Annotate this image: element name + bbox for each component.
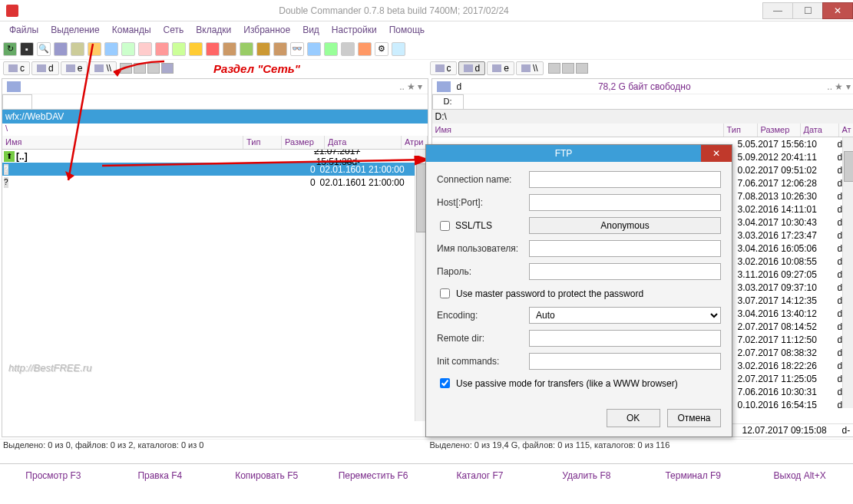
anonymous-button[interactable]: Anonymous xyxy=(529,217,721,234)
list-item[interactable]: 5.09.2012 20:41:11d- xyxy=(736,150,854,163)
left-filelist[interactable]: ⬆[..]21.07.2017 15:51:38d-?002.01.1601 2… xyxy=(2,150,428,436)
drive-\\[interactable]: \\ xyxy=(516,61,544,75)
list-item[interactable]: 2.07.2017 08:38:32d- xyxy=(736,346,854,359)
list-item[interactable]: 7.06.2016 10:30:31d- xyxy=(736,385,854,398)
encoding-select[interactable]: Auto xyxy=(529,307,721,324)
drive-e[interactable]: e xyxy=(61,61,88,75)
cancel-button[interactable]: Отмена xyxy=(667,409,721,427)
passive-checkbox[interactable] xyxy=(440,378,450,388)
scrollbar[interactable] xyxy=(842,137,853,408)
host-input[interactable] xyxy=(529,194,721,211)
options-icon[interactable]: ⚙ xyxy=(375,42,388,56)
menu-Вид[interactable]: Вид xyxy=(296,23,326,37)
minimize-button[interactable]: — xyxy=(762,2,793,19)
unpack-icon[interactable] xyxy=(240,42,253,56)
ssl-checkbox[interactable] xyxy=(440,221,450,231)
favorites-dropdown[interactable]: .. ★ ▾ xyxy=(399,81,422,92)
archive-icon[interactable] xyxy=(256,42,270,56)
scroll-thumb[interactable] xyxy=(844,151,853,182)
fn-Копировать[interactable]: Копировать F5 xyxy=(213,466,320,486)
network-icon[interactable] xyxy=(161,63,174,74)
list-item[interactable]: 5.05.2017 15:56:10d- xyxy=(736,137,854,150)
drive-\\[interactable]: \\ xyxy=(89,61,117,75)
calc-icon[interactable] xyxy=(341,42,355,56)
menu-Вкладки[interactable]: Вкладки xyxy=(190,23,237,37)
col-name[interactable]: Имя xyxy=(432,124,724,137)
remote-input[interactable] xyxy=(529,330,721,347)
list-item[interactable]: 3.04.2016 16:05:06d- xyxy=(736,242,854,255)
conn-name-input[interactable] xyxy=(529,171,721,188)
dialog-close-button[interactable]: ✕ xyxy=(701,145,732,162)
list-item[interactable]: ?002.01.1601 21:00:00---- xyxy=(2,163,428,176)
list-item[interactable]: ?002.01.1601 21:00:00---- xyxy=(2,176,428,189)
link-icon[interactable] xyxy=(172,42,186,56)
list-item[interactable]: 2.07.2017 08:14:52d- xyxy=(736,320,854,333)
list-item[interactable]: 3.04.2016 13:40:12d- xyxy=(736,307,854,320)
edit-icon[interactable] xyxy=(104,42,118,56)
drive-d[interactable]: d xyxy=(458,61,486,75)
left-columns[interactable]: Имя Тип Размер Дата Атри xyxy=(2,136,428,150)
list-item[interactable]: 7.06.2017 12:06:28d- xyxy=(736,176,854,189)
list-item[interactable]: 3.04.2017 10:30:43d- xyxy=(736,216,854,229)
col-attr[interactable]: Ат xyxy=(839,124,854,137)
menu-Настройки[interactable]: Настройки xyxy=(326,23,383,37)
home-icon[interactable] xyxy=(548,63,560,74)
home-icon[interactable] xyxy=(120,63,132,74)
list-item[interactable]: 3.02.2016 10:08:55d- xyxy=(736,255,854,268)
copy-icon[interactable] xyxy=(121,42,135,56)
fn-Переместить[interactable]: Переместить F6 xyxy=(320,466,427,486)
menu-Выделение[interactable]: Выделение xyxy=(45,23,106,37)
list-item[interactable]: 3.03.2017 09:37:10d- xyxy=(736,281,854,294)
network-icon[interactable] xyxy=(576,63,588,74)
refresh-icon[interactable]: ↻ xyxy=(3,42,17,56)
map-icon[interactable] xyxy=(324,42,338,56)
view-icon[interactable] xyxy=(307,42,321,56)
drive-d[interactable]: d xyxy=(31,61,59,75)
list-item[interactable]: 0.02.2017 09:51:02d- xyxy=(736,163,854,176)
dialog-title-bar[interactable]: FTP ✕ xyxy=(426,145,732,162)
fn-Просмотр[interactable]: Просмотр F3 xyxy=(0,466,107,486)
col-name[interactable]: Имя xyxy=(2,136,243,149)
init-input[interactable] xyxy=(529,353,721,370)
list-icon[interactable] xyxy=(392,42,405,56)
list-item[interactable]: 2.07.2017 11:25:05d- xyxy=(736,372,854,385)
right-tabs[interactable]: D: xyxy=(432,94,854,110)
list-item[interactable]: 3.02.2016 18:22:26d- xyxy=(736,359,854,372)
split-icon[interactable] xyxy=(273,42,287,56)
up-icon[interactable] xyxy=(147,63,160,74)
menu-Сеть[interactable]: Сеть xyxy=(157,23,190,37)
user-input[interactable] xyxy=(529,240,721,257)
col-type[interactable]: Тип xyxy=(724,124,758,137)
fn-Правка[interactable]: Правка F4 xyxy=(107,466,213,486)
list-item[interactable]: 7.02.2017 11:12:50d- xyxy=(736,333,854,346)
list-item[interactable]: 3.11.2016 09:27:05d- xyxy=(736,268,854,281)
fn-Терминал[interactable]: Терминал F9 xyxy=(640,466,746,486)
close-button[interactable]: ✕ xyxy=(822,2,853,19)
drive-c[interactable]: c xyxy=(430,61,457,75)
fn-Выход[interactable]: Выход Alt+X xyxy=(746,466,853,486)
list-item[interactable]: 3.07.2017 14:12:35d- xyxy=(736,294,854,307)
col-size[interactable]: Размер xyxy=(282,136,325,149)
root-icon[interactable] xyxy=(134,63,146,74)
menu-Помощь[interactable]: Помощь xyxy=(383,23,431,37)
fn-Удалить[interactable]: Удалить F8 xyxy=(533,466,640,486)
compare-icon[interactable] xyxy=(54,42,68,56)
tab-d[interactable]: D: xyxy=(432,94,464,109)
tab-empty[interactable] xyxy=(2,94,32,109)
menu-Команды[interactable]: Команды xyxy=(106,23,157,37)
terminal-icon[interactable]: ▪ xyxy=(20,42,34,56)
favorites-dropdown[interactable]: .. ★ ▾ xyxy=(827,81,850,92)
pack-icon[interactable] xyxy=(223,42,236,56)
root-icon[interactable] xyxy=(562,63,574,74)
delete-icon[interactable] xyxy=(155,42,169,56)
menu-Избранное[interactable]: Избранное xyxy=(237,23,296,37)
gear-red-icon[interactable] xyxy=(206,42,220,56)
drive-c[interactable]: c xyxy=(3,61,30,75)
col-date[interactable]: Дата xyxy=(801,124,839,137)
list-item[interactable]: 0.10.2016 16:54:15d- xyxy=(736,398,854,411)
col-size[interactable]: Размер xyxy=(758,124,801,137)
menu-Файлы[interactable]: Файлы xyxy=(3,23,45,37)
find-icon[interactable]: 👓 xyxy=(290,42,304,56)
maximize-button[interactable]: ☐ xyxy=(792,2,823,19)
list-item[interactable]: 3.03.2016 17:23:47d- xyxy=(736,229,854,242)
